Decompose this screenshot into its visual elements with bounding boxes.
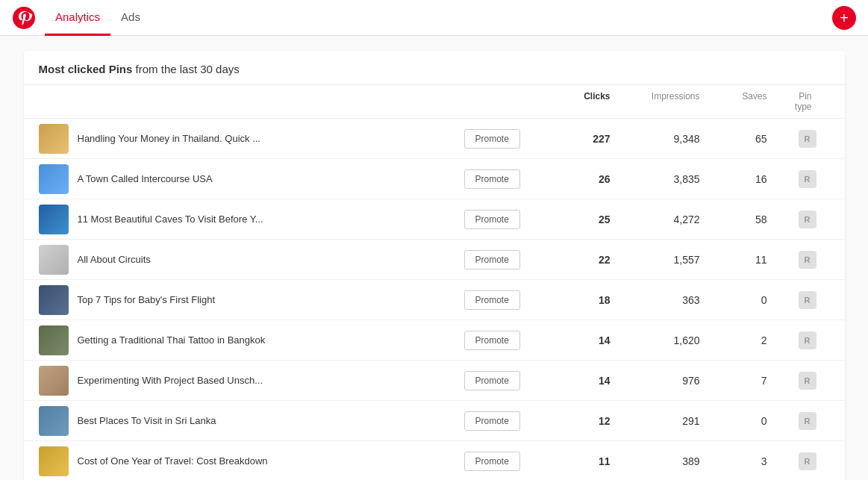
pin-info: Handling Your Money in Thailand. Quick .… (39, 124, 464, 154)
pintype-badge: R (799, 130, 817, 148)
impressions-value: 3,835 (628, 173, 718, 185)
saves-value: 16 (718, 173, 785, 185)
col-header-clicks: Clicks (554, 91, 628, 112)
pin-title: Best Places To Visit in Sri Lanka (78, 415, 216, 426)
pin-info: Top 7 Tips for Baby's First Flight (39, 285, 464, 315)
pintype-cell: R (785, 130, 830, 148)
promote-button[interactable]: Promote (464, 250, 520, 269)
pin-thumbnail (39, 285, 69, 315)
saves-value: 58 (718, 213, 785, 225)
table-body: Handling Your Money in Thailand. Quick .… (24, 119, 845, 480)
table-header: Clicks Impressions Saves Pin type (24, 85, 845, 119)
pintype-badge: R (799, 211, 817, 228)
table-row: Best Places To Visit in Sri Lanka Promot… (24, 401, 845, 441)
saves-value: 7 (718, 375, 785, 387)
main-nav: Analytics Ads (45, 0, 832, 36)
promote-cell: Promote (464, 129, 554, 149)
pin-thumbnail (39, 325, 69, 355)
pintype-cell: R (785, 211, 830, 228)
impressions-value: 1,557 (628, 254, 718, 266)
panel-header: Most clicked Pins from the last 30 days (24, 51, 845, 85)
pintype-cell: R (785, 412, 830, 430)
impressions-value: 363 (628, 294, 718, 306)
add-button[interactable]: + (832, 6, 856, 30)
saves-value: 65 (718, 133, 785, 145)
nav-item-ads[interactable]: Ads (110, 0, 151, 36)
promote-button[interactable]: Promote (464, 331, 520, 350)
main-content: Most clicked Pins from the last 30 days … (0, 36, 868, 480)
promote-cell: Promote (464, 452, 554, 471)
app-header: Analytics Ads + (0, 0, 868, 36)
pin-info: Getting a Traditional Thai Tattoo in Ban… (39, 325, 464, 355)
impressions-value: 389 (628, 455, 718, 467)
promote-button[interactable]: Promote (464, 290, 520, 310)
pintype-cell: R (785, 331, 830, 349)
pin-thumbnail (39, 366, 69, 396)
promote-cell: Promote (464, 250, 554, 269)
promote-cell: Promote (464, 371, 554, 390)
pin-title: All About Circuits (78, 254, 151, 265)
pin-info: 11 Most Beautiful Caves To Visit Before … (39, 205, 464, 234)
table-row: Handling Your Money in Thailand. Quick .… (24, 119, 845, 159)
pin-thumbnail (39, 124, 69, 154)
impressions-value: 1,620 (628, 334, 718, 346)
pintype-badge: R (799, 452, 817, 470)
saves-value: 11 (718, 254, 785, 266)
pin-title: Cost of One Year of Travel: Cost Breakdo… (78, 455, 268, 467)
pin-info: Best Places To Visit in Sri Lanka (39, 406, 464, 436)
pin-title: Top 7 Tips for Baby's First Flight (78, 294, 216, 305)
pintype-cell: R (785, 251, 830, 269)
promote-cell: Promote (464, 169, 554, 189)
header-right: + (832, 6, 856, 30)
promote-cell: Promote (464, 331, 554, 350)
pintype-cell: R (785, 372, 830, 390)
col-header-pintype: Pin type (785, 91, 830, 112)
impressions-value: 291 (628, 415, 718, 427)
impressions-value: 4,272 (628, 213, 718, 225)
pintype-badge: R (799, 372, 817, 390)
nav-item-analytics[interactable]: Analytics (45, 0, 110, 36)
clicks-value: 14 (554, 334, 628, 346)
table-row: Experimenting With Project Based Unsch..… (24, 361, 845, 401)
pin-info: A Town Called Intercourse USA (39, 164, 464, 194)
clicks-value: 22 (554, 254, 628, 266)
table-row: Top 7 Tips for Baby's First Flight Promo… (24, 280, 845, 320)
clicks-value: 11 (554, 455, 628, 467)
promote-button[interactable]: Promote (464, 129, 520, 149)
pin-thumbnail (39, 446, 69, 476)
pin-thumbnail (39, 164, 69, 194)
clicks-value: 227 (554, 133, 628, 145)
saves-value: 3 (718, 455, 785, 467)
promote-button[interactable]: Promote (464, 169, 520, 189)
pintype-badge: R (799, 251, 817, 269)
pintype-badge: R (799, 412, 817, 430)
impressions-value: 9,348 (628, 133, 718, 145)
promote-button[interactable]: Promote (464, 452, 520, 471)
pintype-cell: R (785, 291, 830, 309)
clicks-value: 18 (554, 294, 628, 306)
saves-value: 2 (718, 334, 785, 346)
pin-title: A Town Called Intercourse USA (78, 173, 213, 184)
table-row: Cost of One Year of Travel: Cost Breakdo… (24, 441, 845, 480)
col-header-promote (464, 91, 554, 112)
promote-cell: Promote (464, 210, 554, 229)
col-header-saves: Saves (718, 91, 785, 112)
panel-title: Most clicked Pins from the last 30 days (39, 63, 240, 75)
pin-thumbnail (39, 205, 69, 234)
pintype-cell: R (785, 170, 830, 188)
pin-info: Cost of One Year of Travel: Cost Breakdo… (39, 446, 464, 476)
promote-button[interactable]: Promote (464, 411, 520, 431)
pinterest-logo[interactable] (12, 6, 36, 30)
pin-info: Experimenting With Project Based Unsch..… (39, 366, 464, 396)
col-header-impressions: Impressions (628, 91, 718, 112)
clicks-value: 26 (554, 173, 628, 185)
saves-value: 0 (718, 415, 785, 427)
pin-thumbnail (39, 245, 69, 275)
most-clicked-panel: Most clicked Pins from the last 30 days … (24, 51, 845, 480)
promote-cell: Promote (464, 411, 554, 431)
promote-button[interactable]: Promote (464, 371, 520, 390)
table-row: 11 Most Beautiful Caves To Visit Before … (24, 199, 845, 240)
pintype-badge: R (799, 331, 817, 349)
promote-button[interactable]: Promote (464, 210, 520, 229)
impressions-value: 976 (628, 375, 718, 387)
